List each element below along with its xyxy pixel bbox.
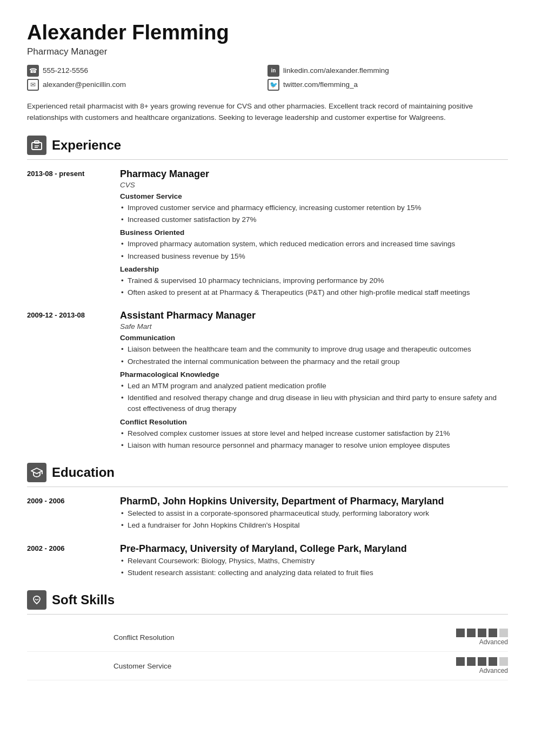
edu-degree: PharmD, John Hopkins University, Departm… (120, 496, 508, 507)
dot-filled (489, 629, 497, 637)
bullet-item: Led an MTM program and analyzed patient … (120, 381, 508, 392)
skill-dots (456, 657, 508, 666)
edu-bullet-list: Relevant Coursework: Biology, Physics, M… (120, 556, 508, 579)
experience-title: Experience (52, 138, 121, 153)
entry-company: Safe Mart (120, 322, 508, 330)
edu-bullet-item: Led a fundraiser for John Hopkins Childr… (120, 520, 508, 531)
education-entry: 2009 - 2006PharmD, John Hopkins Universi… (27, 496, 508, 532)
experience-divider (27, 159, 508, 160)
bullet-item: Trained & supervised 10 pharmacy technic… (120, 275, 508, 286)
edu-entry-content: Pre-Pharmacy, University of Maryland, Co… (120, 543, 508, 580)
bullet-list: Trained & supervised 10 pharmacy technic… (120, 275, 508, 299)
entry-date: 2013-08 - present (27, 168, 113, 300)
bullet-list: Led an MTM program and analyzed patient … (120, 381, 508, 415)
skill-row: Customer ServiceAdvanced (27, 652, 508, 680)
bullet-list: Improved pharmacy automation system, whi… (120, 239, 508, 262)
edu-entry-date: 2002 - 2006 (27, 543, 113, 580)
contact-grid: ☎ 555-212-5556 in linkedin.com/alexander… (27, 65, 508, 91)
entry-content: Assistant Pharmacy ManagerSafe MartCommu… (120, 310, 508, 452)
soft-skills-container: Conflict ResolutionAdvancedCustomer Serv… (27, 623, 508, 680)
education-container: 2009 - 2006PharmD, John Hopkins Universi… (27, 496, 508, 579)
edu-bullet-item: Student research assistant: collecting a… (120, 568, 508, 578)
bullet-list: Resolved complex customer issues at stor… (120, 428, 508, 451)
contact-linkedin: in linkedin.com/alexander.flemming (268, 65, 508, 77)
contact-phone: ☎ 555-212-5556 (27, 65, 268, 77)
skill-rating-block: Advanced (456, 657, 508, 674)
candidate-job-title: Pharmacy Manager (27, 46, 508, 57)
experience-container: 2013-08 - presentPharmacy ManagerCVSCust… (27, 168, 508, 452)
edu-degree: Pre-Pharmacy, University of Maryland, Co… (120, 543, 508, 555)
soft-skills-section-header: Soft Skills (27, 590, 508, 610)
edu-bullet-item: Relevant Coursework: Biology, Physics, M… (120, 556, 508, 566)
experience-section-header: Experience (27, 136, 508, 155)
bullet-item: Orchestrated the internal communication … (120, 356, 508, 367)
entry-company: CVS (120, 181, 508, 189)
education-entry: 2002 - 2006Pre-Pharmacy, University of M… (27, 543, 508, 580)
education-title: Education (52, 465, 115, 480)
bullet-item: Increased customer satisfaction by 27% (120, 214, 508, 225)
skill-name: Conflict Resolution (113, 633, 456, 642)
dot-filled (478, 657, 486, 666)
skill-group-title: Communication (120, 334, 508, 342)
dot-empty (499, 657, 508, 666)
entry-content: Pharmacy ManagerCVSCustomer ServiceImpro… (120, 168, 508, 300)
summary-text: Experienced retail pharmacist with 8+ ye… (27, 100, 508, 124)
soft-skills-title: Soft Skills (52, 592, 115, 608)
experience-entry: 2009-12 - 2013-08Assistant Pharmacy Mana… (27, 310, 508, 452)
entry-role: Pharmacy Manager (120, 168, 508, 180)
entry-date: 2009-12 - 2013-08 (27, 310, 113, 452)
skill-dots (456, 629, 508, 637)
skill-group-title: Business Oriented (120, 228, 508, 237)
dot-filled (467, 657, 476, 666)
skill-group-title: Pharmacological Knowledge (120, 370, 508, 379)
skill-group-title: Conflict Resolution (120, 418, 508, 426)
skill-row: Conflict ResolutionAdvanced (27, 623, 508, 652)
edu-entry-content: PharmD, John Hopkins University, Departm… (120, 496, 508, 532)
skill-group-title: Leadership (120, 265, 508, 273)
education-section-header: Education (27, 463, 508, 482)
bullet-item: Improved customer service and pharmacy e… (120, 202, 508, 213)
bullet-item: Liaison between the healthcare team and … (120, 344, 508, 355)
skill-level: Advanced (479, 667, 508, 674)
skill-level: Advanced (479, 638, 508, 646)
bullet-item: Improved pharmacy automation system, whi… (120, 239, 508, 249)
linkedin-icon: in (268, 65, 279, 77)
candidate-name: Alexander Flemming (27, 22, 508, 44)
edu-entry-date: 2009 - 2006 (27, 496, 113, 532)
education-icon (27, 463, 46, 482)
contact-twitter: 🐦 twitter.com/flemming_a (268, 79, 508, 91)
email-icon: ✉ (27, 79, 39, 91)
dot-filled (467, 629, 476, 637)
education-divider (27, 487, 508, 487)
dot-filled (456, 629, 465, 637)
dot-filled (489, 657, 497, 666)
soft-skills-icon (27, 590, 46, 610)
skill-group-title: Customer Service (120, 192, 508, 200)
twitter-icon: 🐦 (268, 79, 279, 91)
bullet-item: Increased business revenue by 15% (120, 251, 508, 262)
dot-filled (456, 657, 465, 666)
edu-bullet-list: Selected to assist in a corporate-sponso… (120, 508, 508, 531)
bullet-item: Resolved complex customer issues at stor… (120, 428, 508, 439)
soft-skills-divider (27, 614, 508, 615)
entry-role: Assistant Pharmacy Manager (120, 310, 508, 321)
bullet-item: Identified and resolved therapy change a… (120, 393, 508, 415)
experience-icon (27, 136, 46, 155)
bullet-list: Liaison between the healthcare team and … (120, 344, 508, 367)
contact-email: ✉ alexander@penicillin.com (27, 79, 268, 91)
bullet-item: Often asked to present at at Pharmacy & … (120, 287, 508, 298)
bullet-list: Improved customer service and pharmacy e… (120, 202, 508, 226)
skill-rating-block: Advanced (456, 629, 508, 646)
svg-marker-4 (31, 468, 42, 474)
experience-entry: 2013-08 - presentPharmacy ManagerCVSCust… (27, 168, 508, 300)
dot-empty (499, 629, 508, 637)
skill-name: Customer Service (113, 662, 456, 670)
edu-bullet-item: Selected to assist in a corporate-sponso… (120, 508, 508, 519)
bullet-item: Liaison with human resource personnel an… (120, 440, 508, 451)
dot-filled (478, 629, 486, 637)
phone-icon: ☎ (27, 65, 39, 77)
